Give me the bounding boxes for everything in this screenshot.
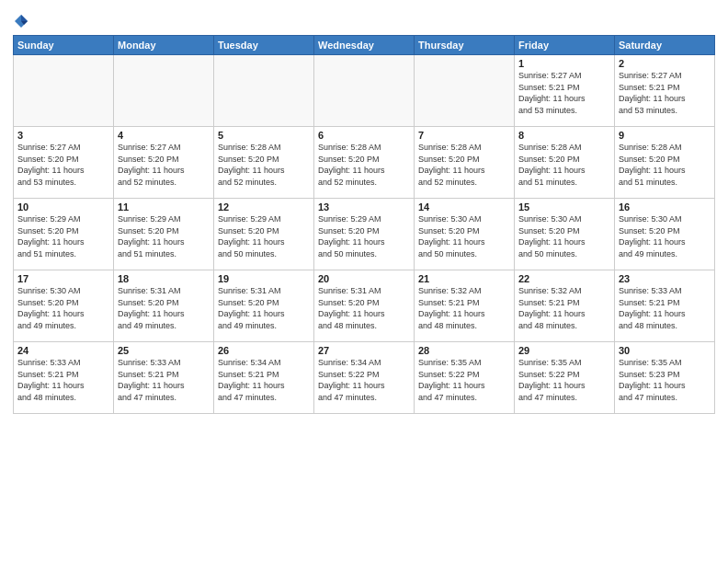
logo: [13, 13, 33, 29]
calendar-week-0: 1Sunrise: 5:27 AM Sunset: 5:21 PM Daylig…: [14, 55, 715, 127]
calendar-cell: 27Sunrise: 5:34 AM Sunset: 5:22 PM Dayli…: [314, 342, 415, 414]
day-info: Sunrise: 5:33 AM Sunset: 5:21 PM Dayligh…: [17, 357, 109, 403]
calendar-cell: [214, 55, 314, 127]
calendar-cell: 28Sunrise: 5:35 AM Sunset: 5:22 PM Dayli…: [415, 342, 515, 414]
day-info: Sunrise: 5:27 AM Sunset: 5:21 PM Dayligh…: [619, 70, 711, 116]
calendar-cell: [14, 55, 114, 127]
calendar-cell: 26Sunrise: 5:34 AM Sunset: 5:21 PM Dayli…: [214, 342, 314, 414]
day-info: Sunrise: 5:35 AM Sunset: 5:22 PM Dayligh…: [418, 357, 510, 403]
day-info: Sunrise: 5:30 AM Sunset: 5:20 PM Dayligh…: [518, 213, 610, 259]
calendar-cell: 16Sunrise: 5:30 AM Sunset: 5:20 PM Dayli…: [615, 199, 715, 270]
day-number: 23: [619, 273, 711, 284]
day-number: 17: [17, 273, 109, 284]
calendar-cell: 6Sunrise: 5:28 AM Sunset: 5:20 PM Daylig…: [314, 127, 415, 199]
calendar-cell: [314, 55, 415, 127]
calendar-header-wednesday: Wednesday: [314, 36, 415, 55]
day-number: 19: [218, 273, 310, 284]
day-info: Sunrise: 5:34 AM Sunset: 5:21 PM Dayligh…: [218, 357, 310, 403]
day-info: Sunrise: 5:34 AM Sunset: 5:22 PM Dayligh…: [318, 357, 410, 403]
day-number: 29: [518, 345, 610, 356]
calendar-header-row: SundayMondayTuesdayWednesdayThursdayFrid…: [14, 36, 715, 55]
day-number: 16: [619, 201, 711, 213]
day-info: Sunrise: 5:29 AM Sunset: 5:20 PM Dayligh…: [318, 213, 410, 259]
calendar-header-tuesday: Tuesday: [214, 36, 314, 55]
day-number: 9: [619, 130, 711, 141]
calendar-cell: 8Sunrise: 5:28 AM Sunset: 5:20 PM Daylig…: [515, 127, 615, 199]
day-number: 14: [418, 201, 510, 213]
day-info: Sunrise: 5:29 AM Sunset: 5:20 PM Dayligh…: [17, 213, 109, 259]
day-info: Sunrise: 5:31 AM Sunset: 5:20 PM Dayligh…: [118, 285, 210, 331]
calendar-header-thursday: Thursday: [415, 36, 515, 55]
day-info: Sunrise: 5:28 AM Sunset: 5:20 PM Dayligh…: [418, 142, 510, 188]
day-number: 7: [418, 130, 510, 141]
calendar-cell: 1Sunrise: 5:27 AM Sunset: 5:21 PM Daylig…: [515, 55, 615, 127]
calendar-cell: 17Sunrise: 5:30 AM Sunset: 5:20 PM Dayli…: [14, 270, 114, 342]
calendar-cell: 21Sunrise: 5:32 AM Sunset: 5:21 PM Dayli…: [415, 270, 515, 342]
day-number: 3: [17, 130, 109, 141]
day-info: Sunrise: 5:27 AM Sunset: 5:21 PM Dayligh…: [518, 70, 610, 116]
day-number: 20: [318, 273, 410, 284]
day-number: 13: [318, 201, 410, 213]
day-number: 10: [17, 201, 109, 213]
day-number: 24: [17, 345, 109, 356]
day-number: 8: [518, 130, 610, 141]
day-number: 28: [418, 345, 510, 356]
day-number: 4: [118, 130, 210, 141]
day-info: Sunrise: 5:30 AM Sunset: 5:20 PM Dayligh…: [619, 213, 711, 259]
day-number: 6: [318, 130, 410, 141]
calendar-header-friday: Friday: [515, 36, 615, 55]
calendar-cell: 19Sunrise: 5:31 AM Sunset: 5:20 PM Dayli…: [214, 270, 314, 342]
day-info: Sunrise: 5:31 AM Sunset: 5:20 PM Dayligh…: [218, 285, 310, 331]
header: [13, 9, 715, 29]
calendar-cell: 14Sunrise: 5:30 AM Sunset: 5:20 PM Dayli…: [415, 199, 515, 270]
calendar-cell: 15Sunrise: 5:30 AM Sunset: 5:20 PM Dayli…: [515, 199, 615, 270]
calendar-cell: 30Sunrise: 5:35 AM Sunset: 5:23 PM Dayli…: [615, 342, 715, 414]
day-info: Sunrise: 5:33 AM Sunset: 5:21 PM Dayligh…: [619, 285, 711, 331]
day-number: 15: [518, 201, 610, 213]
calendar-cell: 20Sunrise: 5:31 AM Sunset: 5:20 PM Dayli…: [314, 270, 415, 342]
day-number: 30: [619, 345, 711, 356]
calendar-cell: [114, 55, 214, 127]
calendar-week-1: 3Sunrise: 5:27 AM Sunset: 5:20 PM Daylig…: [14, 127, 715, 199]
day-info: Sunrise: 5:32 AM Sunset: 5:21 PM Dayligh…: [418, 285, 510, 331]
day-number: 12: [218, 201, 310, 213]
calendar-cell: 11Sunrise: 5:29 AM Sunset: 5:20 PM Dayli…: [114, 199, 214, 270]
day-number: 27: [318, 345, 410, 356]
day-info: Sunrise: 5:35 AM Sunset: 5:22 PM Dayligh…: [518, 357, 610, 403]
calendar-cell: 4Sunrise: 5:27 AM Sunset: 5:20 PM Daylig…: [114, 127, 214, 199]
logo-icon: [13, 13, 29, 29]
calendar-cell: 9Sunrise: 5:28 AM Sunset: 5:20 PM Daylig…: [615, 127, 715, 199]
calendar-header-sunday: Sunday: [14, 36, 114, 55]
day-info: Sunrise: 5:32 AM Sunset: 5:21 PM Dayligh…: [518, 285, 610, 331]
day-info: Sunrise: 5:30 AM Sunset: 5:20 PM Dayligh…: [418, 213, 510, 259]
calendar-cell: 23Sunrise: 5:33 AM Sunset: 5:21 PM Dayli…: [615, 270, 715, 342]
calendar-week-3: 17Sunrise: 5:30 AM Sunset: 5:20 PM Dayli…: [14, 270, 715, 342]
calendar-week-2: 10Sunrise: 5:29 AM Sunset: 5:20 PM Dayli…: [14, 199, 715, 270]
calendar-cell: 10Sunrise: 5:29 AM Sunset: 5:20 PM Dayli…: [14, 199, 114, 270]
calendar-header-saturday: Saturday: [615, 36, 715, 55]
day-number: 22: [518, 273, 610, 284]
day-number: 18: [118, 273, 210, 284]
calendar-cell: 18Sunrise: 5:31 AM Sunset: 5:20 PM Dayli…: [114, 270, 214, 342]
day-number: 1: [518, 58, 610, 69]
day-number: 21: [418, 273, 510, 284]
page: SundayMondayTuesdayWednesdayThursdayFrid…: [0, 0, 728, 563]
day-info: Sunrise: 5:28 AM Sunset: 5:20 PM Dayligh…: [318, 142, 410, 188]
day-info: Sunrise: 5:28 AM Sunset: 5:20 PM Dayligh…: [218, 142, 310, 188]
day-number: 26: [218, 345, 310, 356]
calendar-cell: 7Sunrise: 5:28 AM Sunset: 5:20 PM Daylig…: [415, 127, 515, 199]
day-number: 25: [118, 345, 210, 356]
day-info: Sunrise: 5:35 AM Sunset: 5:23 PM Dayligh…: [619, 357, 711, 403]
calendar-cell: 22Sunrise: 5:32 AM Sunset: 5:21 PM Dayli…: [515, 270, 615, 342]
day-number: 11: [118, 201, 210, 213]
day-info: Sunrise: 5:28 AM Sunset: 5:20 PM Dayligh…: [619, 142, 711, 188]
day-info: Sunrise: 5:28 AM Sunset: 5:20 PM Dayligh…: [518, 142, 610, 188]
day-info: Sunrise: 5:30 AM Sunset: 5:20 PM Dayligh…: [17, 285, 109, 331]
calendar-cell: 13Sunrise: 5:29 AM Sunset: 5:20 PM Dayli…: [314, 199, 415, 270]
calendar-cell: [415, 55, 515, 127]
day-number: 5: [218, 130, 310, 141]
day-number: 2: [619, 58, 711, 69]
calendar-cell: 25Sunrise: 5:33 AM Sunset: 5:21 PM Dayli…: [114, 342, 214, 414]
calendar-week-4: 24Sunrise: 5:33 AM Sunset: 5:21 PM Dayli…: [14, 342, 715, 414]
calendar-table: SundayMondayTuesdayWednesdayThursdayFrid…: [13, 35, 715, 414]
